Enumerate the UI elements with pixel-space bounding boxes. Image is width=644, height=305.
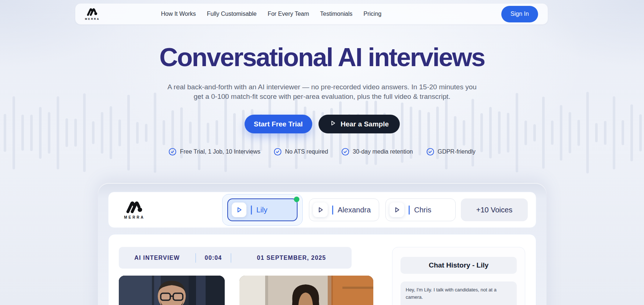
start-free-trial-button[interactable]: Start Free Trial <box>245 115 312 133</box>
session-meta-bar: AI INTERVIEW 00:04 01 SEPTEMBER, 2025 <box>119 247 352 269</box>
nav-link-for-every-team[interactable]: For Every Team <box>268 11 309 17</box>
check-circle-icon <box>341 148 349 156</box>
nav-link-testimonials[interactable]: Testimonials <box>320 11 352 17</box>
interviewee-video-woman <box>239 276 373 305</box>
hear-a-sample-button[interactable]: Hear a Sample <box>319 115 400 133</box>
feature-item-trial: Free Trial, 1 Job, 10 Interviews <box>168 148 260 156</box>
online-status-dot <box>294 197 299 202</box>
session-date: 01 SEPTEMBER, 2025 <box>231 255 352 261</box>
feature-item-retention: 30-day media retention <box>341 148 413 156</box>
mountain-logo-icon <box>87 8 98 17</box>
session-timer: 00:04 <box>196 255 231 261</box>
demo-brand-name: MERRA <box>124 215 145 219</box>
nav-link-pricing[interactable]: Pricing <box>363 11 381 17</box>
voice-divider <box>332 205 333 215</box>
demo-brand-logo: MERRA <box>117 201 152 219</box>
check-circle-icon <box>426 148 434 156</box>
chat-history-title: Chat History - Lily <box>401 257 517 274</box>
check-circle-icon <box>168 148 177 156</box>
voice-name: Chris <box>414 206 431 214</box>
check-circle-icon <box>274 148 282 156</box>
feature-item-no-ats: No ATS required <box>274 148 328 156</box>
top-navbar: MERRA How It Works Fully Customisable Fo… <box>75 3 548 25</box>
feature-label: No ATS required <box>285 148 328 155</box>
feature-label: Free Trial, 1 Job, 10 Interviews <box>180 148 260 155</box>
voice-play-button[interactable] <box>313 202 328 217</box>
hero-subtitle-wrap: A real back-and-forth with an AI intervi… <box>0 82 644 101</box>
video-row <box>119 276 383 305</box>
voice-divider <box>251 205 252 215</box>
chat-message-bubble: Hey, I'm Lily. I talk with candidates, n… <box>401 281 517 305</box>
sign-in-button[interactable]: Sign In <box>501 6 538 22</box>
voice-divider <box>409 205 410 215</box>
session-label: AI INTERVIEW <box>119 255 195 261</box>
nav-link-fully-customisable[interactable]: Fully Customisable <box>207 11 257 17</box>
hero-subtitle: A real back-and-forth with an AI intervi… <box>162 82 482 101</box>
demo-content-panel: AI INTERVIEW 00:04 01 SEPTEMBER, 2025 <box>108 234 536 305</box>
session-column: AI INTERVIEW 00:04 01 SEPTEMBER, 2025 <box>119 247 383 305</box>
voice-pill-alexandra[interactable]: Alexandra <box>309 198 379 221</box>
feature-label: 30-day media retention <box>353 148 413 155</box>
brand-logo: MERRA <box>85 8 100 20</box>
nav-links: How It Works Fully Customisable For Ever… <box>161 11 382 17</box>
voice-pill-chris[interactable]: Chris <box>385 198 456 221</box>
demo-card: MERRA Lily <box>98 183 547 305</box>
mountain-logo-icon <box>126 201 143 215</box>
cta-row: Start Free Trial Hear a Sample <box>0 115 644 133</box>
demo-header-bar: MERRA Lily <box>108 192 536 228</box>
voice-play-button[interactable] <box>389 202 404 217</box>
voice-name: Alexandra <box>338 206 371 214</box>
voice-name: Lily <box>256 206 267 214</box>
nav-link-how-it-works[interactable]: How It Works <box>161 11 196 17</box>
landing-page: MERRA How It Works Fully Customisable Fo… <box>0 0 644 305</box>
feature-item-gdpr: GDPR-friendly <box>426 148 476 156</box>
chat-history-panel: Chat History - Lily Hey, I'm Lily. I tal… <box>392 247 525 305</box>
feature-label: GDPR-friendly <box>438 148 476 155</box>
brand-name: MERRA <box>85 18 100 20</box>
more-voices-button[interactable]: +10 Voices <box>461 198 528 221</box>
active-voice-container: Lily <box>222 194 303 226</box>
hear-a-sample-label: Hear a Sample <box>341 120 389 128</box>
voice-pill-lily[interactable]: Lily <box>227 198 298 221</box>
play-icon <box>329 119 337 129</box>
voice-play-button[interactable] <box>232 202 246 217</box>
hero-title: Conversational AI interviews <box>0 43 644 72</box>
interviewee-video-man <box>119 276 225 305</box>
feature-row: Free Trial, 1 Job, 10 Interviews No ATS … <box>0 148 644 156</box>
